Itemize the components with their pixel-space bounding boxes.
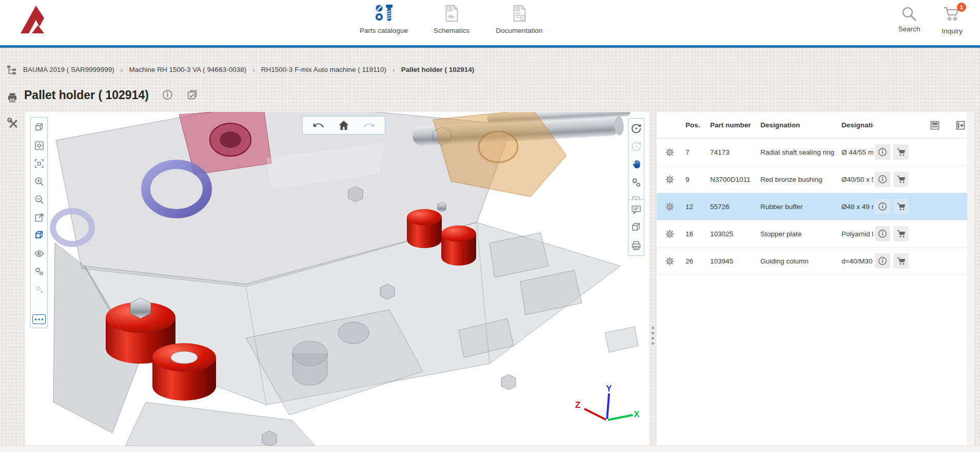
table-row[interactable]: 7 74173 Radial shaft sealing ring Ø 44/5… <box>657 139 974 166</box>
render-settings-icon[interactable] <box>33 139 45 152</box>
cell-part-number: 55726 <box>710 203 760 211</box>
inquiry-button[interactable]: 1 Inquiry <box>942 5 963 35</box>
row-info-button[interactable] <box>875 144 890 160</box>
table-scrollbar[interactable] <box>967 112 974 446</box>
visibility-eye-icon[interactable] <box>33 247 45 259</box>
cell-designation: Rubber buffer <box>760 203 841 211</box>
column-pos: Pos. <box>685 121 710 129</box>
row-settings-gear-icon[interactable] <box>663 145 676 159</box>
row-settings-gear-icon[interactable] <box>663 173 676 186</box>
cell-part-number: 74173 <box>710 148 760 156</box>
documentation-icon: A <box>509 3 529 24</box>
viewer-left-toolbar <box>30 117 48 328</box>
page-title: Pallet holder ( 102914) <box>24 88 149 102</box>
page-horizontal-scrollbar[interactable] <box>0 446 980 452</box>
breadcrumb-item[interactable]: Machine RH 1500-3 VA ( 94663-0038) <box>129 66 247 73</box>
collapse-panel-icon[interactable] <box>955 120 966 131</box>
panel-splitter[interactable] <box>649 112 657 446</box>
row-settings-gear-icon[interactable] <box>663 200 676 213</box>
search-label: Search <box>898 25 920 33</box>
row-add-to-cart-button[interactable] <box>893 144 909 160</box>
add-gear-icon[interactable] <box>33 283 45 295</box>
structure-tree-icon[interactable] <box>6 64 17 75</box>
select-copy-icon[interactable] <box>186 89 198 102</box>
nav-schematics[interactable]: A Schematics <box>427 3 476 34</box>
table-row[interactable]: 9 N3700D1011 Red bronze bushing Ø40/50 x… <box>657 166 974 193</box>
breadcrumb: BAUMA 2019 ( SAR9999999) › Machine RH 15… <box>6 64 474 75</box>
main-navigation: Parts catalogue A Schematics <box>359 3 544 34</box>
svg-text:A: A <box>516 7 519 11</box>
company-logo[interactable] <box>18 4 51 35</box>
more-tools-icon[interactable] <box>32 314 46 324</box>
cell-part-number: 103945 <box>710 257 760 265</box>
table-row[interactable]: 12 55726 Rubber buffer Ø48 x 49 r <box>657 193 974 220</box>
rotate-icon[interactable] <box>630 122 642 135</box>
callout-icon[interactable] <box>630 203 642 216</box>
row-add-to-cart-button[interactable] <box>893 172 909 187</box>
cell-designation: Red bronze bushing <box>760 176 841 183</box>
cell-designation: Guiding column <box>760 257 841 265</box>
splitter-handle-icon <box>652 327 654 345</box>
cell-designation2: Ø48 x 49 r <box>841 203 873 211</box>
isometric-view-icon[interactable] <box>33 121 45 134</box>
row-add-to-cart-button[interactable] <box>893 226 909 241</box>
row-info-button[interactable] <box>875 253 890 269</box>
viewer-history-toolbar <box>302 116 385 135</box>
cell-designation: Radial shaft sealing ring <box>760 148 841 156</box>
cell-pos: 16 <box>685 230 710 238</box>
3d-model-viewport[interactable] <box>25 112 649 446</box>
home-view-icon[interactable] <box>338 119 350 131</box>
axis-z-label: Z <box>575 400 580 410</box>
undo-icon[interactable] <box>312 119 324 131</box>
parts-catalogue-icon <box>374 3 394 24</box>
search-button[interactable]: Search <box>898 5 920 35</box>
transparency-cube-icon[interactable] <box>33 229 45 241</box>
parts-table-body: 7 74173 Radial shaft sealing ring Ø 44/5… <box>657 139 974 275</box>
row-add-to-cart-button[interactable] <box>893 253 909 269</box>
nav-label: Schematics <box>434 27 469 34</box>
axis-x-label: X <box>634 409 640 419</box>
viewer-settings-gears-icon[interactable] <box>630 176 642 189</box>
table-row[interactable]: 26 103945 Guiding column d=40/M30 <box>657 248 974 275</box>
zoom-out-icon[interactable] <box>33 193 45 205</box>
cell-designation2: d=40/M30 <box>841 257 873 265</box>
cube-view-icon[interactable] <box>630 221 642 234</box>
breadcrumb-item[interactable]: BAUMA 2019 ( SAR9999999) <box>23 66 114 73</box>
row-info-button[interactable] <box>875 226 890 241</box>
fit-to-view-icon[interactable] <box>33 157 45 170</box>
cell-designation2: Polyamid l <box>841 230 873 238</box>
schematics-icon: A <box>442 3 461 24</box>
zoom-in-icon[interactable] <box>33 175 45 187</box>
assembly-gears-icon[interactable] <box>33 265 45 277</box>
table-row[interactable]: 16 103025 Stopper plate Polyamid l <box>657 220 974 248</box>
parts-table-panel: Pos. Part number Designation Designation <box>657 112 974 446</box>
nav-parts-catalogue[interactable]: Parts catalogue <box>359 3 408 34</box>
column-designation: Designation <box>760 121 841 129</box>
row-info-button[interactable] <box>875 199 890 214</box>
table-view-icon[interactable] <box>929 120 940 131</box>
title-info-icon[interactable] <box>162 89 173 102</box>
row-info-button[interactable] <box>875 172 890 187</box>
header-accent-line <box>0 45 980 48</box>
print-view-icon[interactable] <box>630 239 642 252</box>
breadcrumb-item-current[interactable]: Pallet holder ( 102914) <box>401 66 475 73</box>
redo-icon[interactable] <box>363 119 376 131</box>
tools-icon[interactable] <box>7 117 20 132</box>
column-part-number: Part number <box>710 121 760 129</box>
cell-pos: 26 <box>685 257 710 265</box>
row-settings-gear-icon[interactable] <box>663 254 676 268</box>
breadcrumb-item[interactable]: RH1500-3 F-mix Auto machine ( 119110) <box>261 66 386 73</box>
cell-pos: 12 <box>685 203 710 211</box>
nav-documentation[interactable]: A Documentation <box>495 3 544 34</box>
print-page-icon[interactable] <box>7 92 18 105</box>
fullscreen-icon[interactable] <box>33 211 45 223</box>
pan-hand-icon[interactable] <box>630 158 642 171</box>
cell-designation: Stopper plate <box>760 230 841 238</box>
rotate-disabled-icon[interactable] <box>630 140 642 153</box>
app-root: Parts catalogue A Schematics <box>0 0 980 452</box>
utility-navigation: Search 1 Inquiry <box>898 5 963 35</box>
row-settings-gear-icon[interactable] <box>663 227 676 240</box>
breadcrumb-separator: › <box>121 66 123 74</box>
app-header: Parts catalogue A Schematics <box>0 0 980 45</box>
row-add-to-cart-button[interactable] <box>893 199 909 214</box>
